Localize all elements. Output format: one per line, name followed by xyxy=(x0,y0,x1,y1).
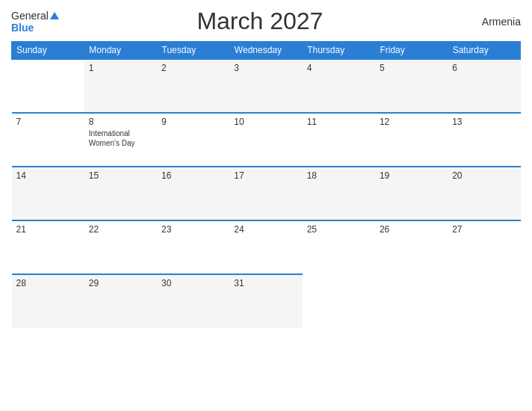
day-number: 1 xyxy=(89,63,152,73)
logo-blue: Blue xyxy=(11,22,34,34)
calendar-cell: 5 xyxy=(375,59,448,113)
calendar-header: General Blue March 2027 Armenia xyxy=(11,7,521,35)
day-number: 16 xyxy=(161,170,225,181)
calendar-cell: 21 xyxy=(12,220,84,274)
day-number: 9 xyxy=(161,117,225,127)
day-number: 18 xyxy=(307,170,371,181)
logo-general: General xyxy=(11,10,49,22)
calendar-cell: 7 xyxy=(12,113,84,167)
logo-triangle-icon xyxy=(50,12,59,19)
calendar-cell: 2 xyxy=(157,59,229,113)
day-number: 23 xyxy=(161,224,225,235)
day-number: 30 xyxy=(161,278,225,288)
day-number: 10 xyxy=(234,117,297,127)
calendar-cell: 30 xyxy=(157,274,229,328)
calendar-cell xyxy=(303,274,375,328)
weekday-header-row: Sunday Monday Tuesday Wednesday Thursday… xyxy=(12,42,521,60)
calendar-cell: 6 xyxy=(448,59,520,113)
day-number: 29 xyxy=(89,278,152,288)
calendar-cell: 31 xyxy=(229,274,302,328)
day-number: 7 xyxy=(16,117,80,127)
calendar-cell: 22 xyxy=(84,220,157,274)
calendar-cell: 13 xyxy=(448,113,520,167)
day-number: 5 xyxy=(380,63,443,73)
week-row-4: 21222324252627 xyxy=(12,220,521,274)
calendar-cell: 16 xyxy=(157,167,229,220)
week-row-2: 78International Women's Day910111213 xyxy=(12,113,521,167)
day-number: 4 xyxy=(307,63,371,73)
calendar-cell: 9 xyxy=(157,113,229,167)
calendar-cell: 24 xyxy=(229,220,302,274)
month-title: March 2027 xyxy=(59,7,461,35)
week-row-5: 28293031 xyxy=(12,274,521,328)
day-number: 14 xyxy=(16,170,80,181)
calendar-cell xyxy=(375,274,448,328)
day-number: 25 xyxy=(307,224,371,235)
day-number: 12 xyxy=(380,117,443,127)
day-number: 15 xyxy=(89,170,152,181)
day-number: 20 xyxy=(452,170,516,181)
day-number: 17 xyxy=(234,170,297,181)
header-friday: Friday xyxy=(375,42,448,60)
calendar-cell: 23 xyxy=(157,220,229,274)
day-number: 11 xyxy=(307,117,371,127)
day-number: 6 xyxy=(452,63,516,73)
day-number: 24 xyxy=(234,224,297,235)
calendar-cell: 28 xyxy=(12,274,84,328)
day-number: 26 xyxy=(380,224,443,235)
calendar-cell: 27 xyxy=(448,220,520,274)
calendar-cell: 10 xyxy=(229,113,302,167)
day-number: 2 xyxy=(161,63,225,73)
header-saturday: Saturday xyxy=(448,42,520,60)
calendar-container: General Blue March 2027 Armenia Sunday M… xyxy=(0,0,532,411)
logo: General Blue xyxy=(11,10,59,34)
header-sunday: Sunday xyxy=(12,42,84,60)
calendar-cell: 12 xyxy=(375,113,448,167)
header-wednesday: Wednesday xyxy=(229,42,302,60)
day-number: 19 xyxy=(380,170,443,181)
calendar-cell: 26 xyxy=(375,220,448,274)
calendar-cell: 11 xyxy=(303,113,375,167)
calendar-cell: 29 xyxy=(84,274,157,328)
day-number: 31 xyxy=(234,278,297,288)
calendar-cell: 1 xyxy=(84,59,157,113)
header-thursday: Thursday xyxy=(303,42,375,60)
calendar-cell: 3 xyxy=(229,59,302,113)
week-row-1: 123456 xyxy=(12,59,521,113)
day-number: 27 xyxy=(452,224,516,235)
header-tuesday: Tuesday xyxy=(157,42,229,60)
calendar-cell: 8International Women's Day xyxy=(84,113,157,167)
day-number: 28 xyxy=(16,278,80,288)
calendar-cell: 15 xyxy=(84,167,157,220)
week-row-3: 14151617181920 xyxy=(12,167,521,220)
day-number: 13 xyxy=(452,117,516,127)
calendar-cell: 20 xyxy=(448,167,520,220)
calendar-cell: 25 xyxy=(303,220,375,274)
calendar-cell xyxy=(448,274,520,328)
day-number: 22 xyxy=(89,224,152,235)
calendar-cell: 19 xyxy=(375,167,448,220)
calendar-cell: 18 xyxy=(303,167,375,220)
country-label: Armenia xyxy=(461,16,521,28)
day-event: International Women's Day xyxy=(89,129,152,148)
calendar-cell: 17 xyxy=(229,167,302,220)
header-monday: Monday xyxy=(84,42,157,60)
calendar-cell: 4 xyxy=(303,59,375,113)
day-number: 21 xyxy=(16,224,80,235)
day-number: 3 xyxy=(234,63,297,73)
calendar-grid: Sunday Monday Tuesday Wednesday Thursday… xyxy=(11,41,521,328)
calendar-cell xyxy=(12,59,84,113)
day-number: 8 xyxy=(89,117,152,127)
calendar-cell: 14 xyxy=(12,167,84,220)
